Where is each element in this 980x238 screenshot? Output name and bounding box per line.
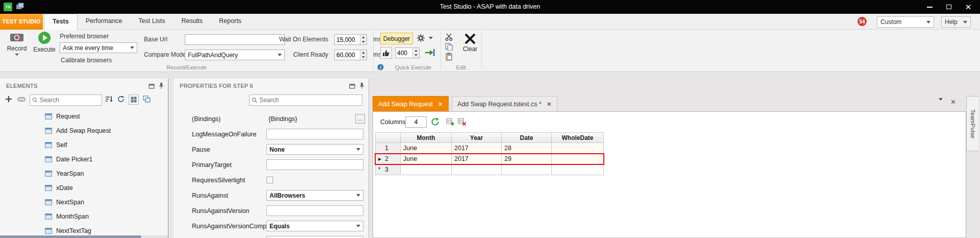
highlight-element-icon[interactable]: [17, 97, 26, 102]
cell-date[interactable]: 29: [502, 154, 552, 164]
horizontal-scrollbar[interactable]: [0, 235, 168, 238]
info-icon[interactable]: i: [377, 64, 384, 70]
primarytarget-input[interactable]: [266, 159, 363, 170]
float-panel-icon[interactable]: [149, 83, 155, 89]
cell-year[interactable]: [452, 164, 502, 175]
cell-date[interactable]: [502, 164, 552, 175]
table-row-2-highlighted[interactable]: ▶ 2 June 2017 29: [375, 154, 604, 164]
requiressilverlight-checkbox[interactable]: [266, 177, 273, 183]
table-row-new[interactable]: * 3: [375, 164, 604, 175]
properties-search[interactable]: [249, 94, 362, 106]
grid-view-icon[interactable]: [129, 94, 139, 105]
columns-count-input[interactable]: [405, 116, 427, 128]
tab-performance[interactable]: Performance: [78, 14, 131, 30]
theme-select[interactable]: Custom: [877, 16, 934, 28]
bindings-ellipsis-button[interactable]: …: [355, 114, 365, 124]
close-document-icon[interactable]: ✕: [950, 98, 956, 106]
cell-date[interactable]: 28: [502, 143, 552, 154]
tree-item-nexttexttag[interactable]: NextTextTag: [0, 224, 168, 235]
client-ready-stepper[interactable]: [334, 50, 367, 60]
add-element-icon[interactable]: [5, 96, 12, 103]
teampulse-tab[interactable]: TeamPulse: [966, 96, 978, 151]
notification-badge[interactable]: 54: [857, 17, 867, 26]
spin-up-icon[interactable]: [360, 50, 366, 55]
spin-down-icon[interactable]: [360, 40, 366, 45]
spin-down-icon[interactable]: [413, 53, 419, 58]
cell-wholedate[interactable]: [552, 143, 604, 154]
tab-tests[interactable]: Tests: [44, 14, 78, 30]
close-tab-icon[interactable]: ✕: [438, 101, 443, 107]
tab-list-chevron-icon[interactable]: [939, 101, 943, 110]
properties-search-input[interactable]: [259, 97, 360, 104]
column-header-wholedate[interactable]: WholeDate: [552, 132, 604, 143]
runsagainstversioncompare-select[interactable]: Equals: [266, 221, 363, 231]
debugger-options-chevron-icon[interactable]: [429, 37, 433, 39]
cut-button[interactable]: [445, 33, 453, 41]
doc-tab-add-swap-request[interactable]: Add Swap Request ✕: [373, 96, 449, 111]
sort-icon[interactable]: [105, 96, 113, 103]
tree-item-nextspan[interactable]: NextSpan: [0, 195, 168, 209]
delete-column-icon[interactable]: [458, 117, 467, 126]
debugger-toggle[interactable]: Debugger: [380, 33, 413, 44]
logmessageonfailure-input[interactable]: [266, 129, 363, 139]
elements-search-input[interactable]: [40, 97, 100, 104]
annotation-thumb-button[interactable]: [380, 47, 392, 59]
float-panel-icon[interactable]: [349, 83, 355, 89]
record-button[interactable]: Record: [4, 31, 30, 56]
client-ready-input[interactable]: [335, 50, 360, 60]
tab-results[interactable]: Results: [173, 14, 211, 30]
elements-search[interactable]: [30, 94, 102, 106]
spin-up-icon[interactable]: [413, 48, 419, 53]
execute-button[interactable]: Execute: [32, 31, 57, 53]
pin-icon[interactable]: [359, 82, 364, 89]
app-menu-button[interactable]: TEST STUDIO: [0, 14, 43, 30]
paste-button[interactable]: [445, 53, 453, 61]
row-marker[interactable]: ▶ 2: [375, 154, 401, 164]
copy-button[interactable]: [445, 43, 453, 51]
wait-on-elements-stepper[interactable]: [334, 34, 367, 45]
preferred-browser-select[interactable]: Ask me every time: [60, 42, 137, 53]
run-to-step-button[interactable]: [425, 48, 435, 57]
clipped-input[interactable]: [266, 236, 363, 238]
cell-wholedate[interactable]: [552, 164, 604, 175]
close-button[interactable]: ✕: [959, 0, 978, 14]
column-header-month[interactable]: Month: [401, 132, 452, 143]
wait-on-elements-input[interactable]: [335, 35, 360, 44]
tile-view-icon[interactable]: [143, 96, 151, 103]
tab-test-lists[interactable]: Test Lists: [130, 14, 173, 30]
cell-month[interactable]: June: [401, 154, 452, 164]
scrollbar-thumb[interactable]: [0, 235, 141, 238]
clear-button[interactable]: Clear: [458, 31, 482, 53]
row-marker[interactable]: * 3: [375, 164, 401, 175]
tree-item-add-swap-request[interactable]: Add Swap Request: [0, 124, 168, 138]
column-header-year[interactable]: Year: [452, 132, 502, 143]
maximize-button[interactable]: [939, 0, 959, 14]
calibrate-browsers-link[interactable]: Calibrate browsers: [61, 57, 112, 64]
doc-tab-add-swap-request-code[interactable]: Add Swap Request.tstest.cs * ✕: [452, 96, 557, 111]
tab-reports[interactable]: Reports: [211, 14, 250, 30]
runsagainstversion-input[interactable]: [266, 205, 363, 216]
tree-item-yearspan[interactable]: YearSpan: [0, 166, 168, 181]
refresh-icon[interactable]: [117, 96, 125, 103]
add-column-icon[interactable]: [446, 117, 455, 126]
table-row-1[interactable]: 1 June 2017 28: [375, 143, 604, 154]
cell-wholedate[interactable]: [552, 154, 604, 164]
tree-item-self[interactable]: Self: [0, 138, 168, 152]
tree-item-request[interactable]: Request: [0, 109, 168, 124]
gear-icon[interactable]: [416, 34, 425, 42]
tree-item-monthspan[interactable]: MonthSpan: [0, 209, 168, 224]
update-columns-icon[interactable]: [431, 117, 439, 126]
column-header-date[interactable]: Date: [502, 132, 552, 143]
cell-year[interactable]: 2017: [452, 154, 502, 164]
cell-year[interactable]: 2017: [452, 143, 502, 154]
cell-month[interactable]: [401, 164, 452, 175]
tree-item-xdate[interactable]: xDate: [0, 181, 168, 195]
row-marker[interactable]: 1: [375, 143, 401, 154]
spin-up-icon[interactable]: [360, 35, 366, 40]
minimize-button[interactable]: [920, 0, 939, 14]
pin-icon[interactable]: [159, 82, 164, 89]
tree-item-date-picker1[interactable]: Date Picker1: [0, 152, 168, 166]
pause-select[interactable]: None: [266, 144, 363, 155]
runsagainst-select[interactable]: AllBrowsers: [266, 190, 363, 201]
spin-down-icon[interactable]: [360, 55, 366, 60]
